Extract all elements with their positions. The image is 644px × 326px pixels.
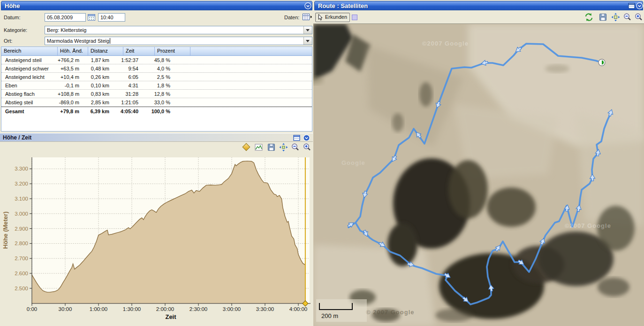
marker-diamond-button[interactable] (242, 143, 250, 151)
cell: 6,39 km (79, 109, 109, 114)
save-map-button[interactable] (599, 13, 607, 22)
svg-text:Zeit: Zeit (165, 313, 176, 320)
svg-text:0:00: 0:00 (27, 306, 37, 312)
scalebar-icon (316, 299, 367, 312)
col-zeit[interactable]: Zeit (123, 47, 155, 55)
cell: Eben (5, 83, 58, 88)
map-scalebar: 200 m (316, 299, 367, 322)
cell: Ansteigend leicht (5, 74, 58, 80)
table-body: Ansteigend steil+766,2 m1,87 km1:52:3745… (1, 56, 312, 115)
chart-titlebar[interactable]: Höhe / Zeit (0, 133, 313, 142)
data-grid-icon[interactable] (302, 13, 312, 21)
fit-extents-button[interactable] (279, 143, 288, 152)
calendar-icon[interactable] (87, 13, 96, 22)
cell: 1:52:37 (109, 57, 138, 63)
col-distanz[interactable]: Distanz (88, 47, 123, 55)
center-map-button[interactable] (611, 13, 620, 22)
kategorie-label: Kategorie: (4, 27, 27, 33)
selection-mode-button[interactable] (352, 15, 357, 20)
collapse-panel-button[interactable] (304, 2, 311, 9)
table-row: Ansteigend steil+766,2 m1,87 km1:52:3745… (1, 56, 312, 64)
save-icon (601, 17, 605, 21)
kategorie-combobox[interactable]: Berg: Klettersteig (45, 26, 312, 34)
route-titlebar[interactable]: Route : Satelliten (314, 1, 643, 10)
svg-text:2.500: 2.500 (15, 286, 28, 291)
cell: 1:21:05 (109, 100, 138, 105)
table-total-row: Gesamt+79,8 m6,39 km4:05:40100,0 % (1, 107, 312, 115)
kategorie-dropdown-button[interactable] (303, 26, 312, 34)
zoom-out-button[interactable] (291, 143, 300, 152)
cell: -869,0 m (58, 100, 79, 105)
svg-text:3.100: 3.100 (15, 196, 28, 202)
route-collapse-button[interactable] (636, 2, 643, 9)
scale-label: 200 m (321, 312, 338, 319)
ort-combobox[interactable]: Marmolada Westgrad Steig (45, 37, 312, 45)
svg-text:3.300: 3.300 (15, 166, 28, 171)
statistics-table: Bereich Höh. Änd. Distanz Zeit Prozent A… (1, 47, 312, 132)
chart-collapse-button[interactable] (303, 134, 310, 141)
daten-label: Daten: (284, 15, 299, 20)
elevation-chart-svg[interactable]: 2.5002.6002.7002.8002.9003.0003.1003.200… (0, 154, 313, 326)
svg-text:2.700: 2.700 (15, 256, 28, 261)
col-prozent[interactable]: Prozent (155, 47, 190, 55)
cell: -0,1 m (58, 83, 79, 88)
erkunden-toggle-button[interactable]: Erkunden (315, 13, 350, 22)
chart-thumbnail-button[interactable] (254, 143, 263, 152)
svg-text:3.000: 3.000 (15, 211, 28, 217)
fit-extents-icon (614, 16, 617, 19)
map-zoom-in-button[interactable] (634, 13, 643, 22)
cell: 9:54 (109, 66, 138, 71)
datum-input[interactable]: 05.08.2009 (45, 13, 86, 22)
cell: Ansteigend schwer (5, 66, 58, 71)
hoehe-panel: Höhe Datum: 05.08.2009 10:40 Daten: (0, 0, 313, 326)
svg-text:3:30:00: 3:30:00 (256, 306, 274, 312)
window-layout-icon[interactable] (293, 135, 300, 141)
map-zoom-out-button[interactable] (623, 13, 632, 22)
explore-cursor-icon (318, 14, 323, 21)
route-track-overlay (313, 24, 644, 326)
cell: 0,26 km (79, 74, 109, 80)
table-row: Abstieg flach+108,8 m0,83 km31:2812,8 % (1, 90, 312, 98)
text-caret (110, 38, 110, 44)
svg-text:2.600: 2.600 (15, 271, 28, 276)
cell: 45,8 % (138, 57, 170, 63)
ort-dropdown-button[interactable] (303, 37, 312, 45)
svg-text:30:00: 30:00 (59, 306, 72, 312)
cell: Abstieg flach (5, 91, 58, 97)
cell: 2,5 % (138, 74, 170, 80)
map-toolbar: Erkunden (313, 11, 644, 23)
cell: 6:05 (109, 74, 138, 80)
col-hoeh-aend[interactable]: Höh. Änd. (58, 47, 88, 55)
cell: 4:31 (109, 83, 138, 88)
zeit-input[interactable]: 10:40 (98, 13, 125, 22)
chart-toolbar (0, 142, 313, 153)
save-chart-button[interactable] (267, 143, 276, 152)
window-layout-icon[interactable] (628, 3, 635, 9)
cell: +79,8 m (58, 109, 79, 114)
cell: Abstieg steil (5, 100, 58, 105)
satellite-map[interactable]: ©2007 Google©2007 Google© 2007 GoogleGoo… (313, 23, 644, 326)
ort-value: Marmolada Westgrad Steig (47, 38, 109, 44)
route-panel-title: Route : Satelliten (318, 2, 368, 9)
svg-text:4:00:00: 4:00:00 (289, 306, 307, 312)
chart-panel-title: Höhe / Zeit (3, 134, 31, 141)
table-row: Abstieg steil-869,0 m2,85 km1:21:0533,0 … (1, 98, 312, 107)
cell: 12,8 % (138, 91, 170, 97)
cell: 4:05:40 (109, 109, 138, 114)
ort-label: Ort: (4, 38, 12, 44)
svg-text:3.200: 3.200 (15, 181, 28, 186)
cell: 0,48 km (79, 66, 109, 71)
table-row: Ansteigend schwer+63,5 m0,48 km9:544,0 % (1, 64, 312, 73)
svg-text:1:00:00: 1:00:00 (90, 306, 107, 312)
svg-text:3:00:00: 3:00:00 (223, 306, 241, 312)
col-filler (190, 47, 312, 55)
elevation-chart[interactable]: 2.5002.6002.7002.8002.9003.0003.1003.200… (0, 154, 313, 326)
table-header-row[interactable]: Bereich Höh. Änd. Distanz Zeit Prozent (1, 47, 312, 56)
zoom-in-button[interactable] (303, 143, 311, 152)
track-analysis-window: Höhe Datum: 05.08.2009 10:40 Daten: (0, 0, 644, 326)
refresh-map-button[interactable] (584, 13, 593, 22)
svg-text:2:00:00: 2:00:00 (156, 306, 174, 312)
col-bereich[interactable]: Bereich (1, 47, 58, 55)
cell: +10,4 m (58, 74, 79, 80)
hoehe-titlebar[interactable]: Höhe (1, 1, 312, 10)
